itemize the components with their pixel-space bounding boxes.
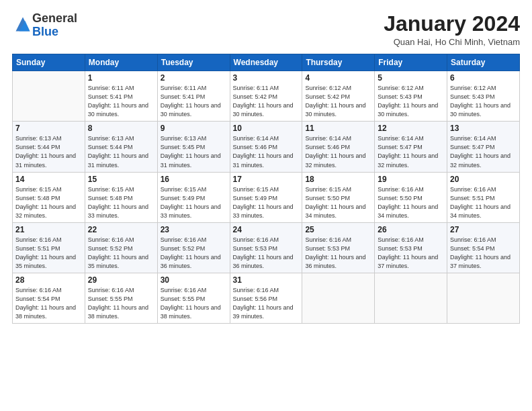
calendar-cell: 28Sunrise: 6:16 AM Sunset: 5:54 PM Dayli… bbox=[13, 273, 85, 323]
calendar-cell: 2Sunrise: 6:11 AM Sunset: 5:41 PM Daylig… bbox=[157, 71, 230, 122]
day-detail: Sunrise: 6:16 AM Sunset: 5:50 PM Dayligh… bbox=[378, 185, 444, 220]
day-detail: Sunrise: 6:16 AM Sunset: 5:51 PM Dayligh… bbox=[15, 236, 82, 271]
day-number: 9 bbox=[161, 124, 227, 133]
calendar-cell bbox=[13, 71, 85, 122]
calendar-cell: 17Sunrise: 6:15 AM Sunset: 5:49 PM Dayli… bbox=[230, 172, 302, 222]
day-detail: Sunrise: 6:16 AM Sunset: 5:53 PM Dayligh… bbox=[233, 236, 300, 271]
day-detail: Sunrise: 6:12 AM Sunset: 5:43 PM Dayligh… bbox=[378, 84, 444, 119]
calendar-cell bbox=[302, 273, 375, 323]
calendar-cell: 10Sunrise: 6:14 AM Sunset: 5:46 PM Dayli… bbox=[230, 122, 302, 172]
calendar-cell: 9Sunrise: 6:13 AM Sunset: 5:45 PM Daylig… bbox=[157, 122, 230, 172]
day-detail: Sunrise: 6:16 AM Sunset: 5:52 PM Dayligh… bbox=[161, 236, 227, 271]
header: General Blue January 2024 Quan Hai, Ho C… bbox=[12, 12, 520, 47]
title-block: January 2024 Quan Hai, Ho Chi Minh, Viet… bbox=[384, 12, 520, 47]
day-number: 11 bbox=[305, 124, 371, 133]
day-detail: Sunrise: 6:15 AM Sunset: 5:49 PM Dayligh… bbox=[161, 185, 227, 220]
day-number: 20 bbox=[450, 175, 517, 184]
calendar-cell: 24Sunrise: 6:16 AM Sunset: 5:53 PM Dayli… bbox=[230, 222, 302, 273]
calendar-cell: 14Sunrise: 6:15 AM Sunset: 5:48 PM Dayli… bbox=[13, 172, 85, 222]
calendar-header-friday: Friday bbox=[375, 54, 447, 71]
day-number: 23 bbox=[161, 225, 227, 234]
day-number: 13 bbox=[450, 124, 517, 133]
calendar-week-row: 14Sunrise: 6:15 AM Sunset: 5:48 PM Dayli… bbox=[13, 172, 520, 222]
calendar-cell: 26Sunrise: 6:16 AM Sunset: 5:53 PM Dayli… bbox=[375, 222, 447, 273]
calendar-week-row: 1Sunrise: 6:11 AM Sunset: 5:41 PM Daylig… bbox=[13, 71, 520, 122]
calendar-header-thursday: Thursday bbox=[302, 54, 375, 71]
day-number: 18 bbox=[305, 175, 371, 184]
logo-blue-text: Blue bbox=[32, 25, 58, 38]
day-number: 15 bbox=[88, 175, 154, 184]
calendar-header-saturday: Saturday bbox=[447, 54, 520, 71]
day-number: 17 bbox=[233, 175, 300, 184]
calendar-cell: 20Sunrise: 6:16 AM Sunset: 5:51 PM Dayli… bbox=[447, 172, 520, 222]
calendar-header-row: SundayMondayTuesdayWednesdayThursdayFrid… bbox=[13, 54, 520, 71]
calendar-cell: 3Sunrise: 6:11 AM Sunset: 5:42 PM Daylig… bbox=[230, 71, 302, 122]
calendar-header-tuesday: Tuesday bbox=[157, 54, 230, 71]
day-number: 28 bbox=[15, 275, 82, 285]
day-detail: Sunrise: 6:14 AM Sunset: 5:47 PM Dayligh… bbox=[450, 134, 517, 169]
day-detail: Sunrise: 6:15 AM Sunset: 5:48 PM Dayligh… bbox=[15, 185, 82, 220]
calendar-week-row: 21Sunrise: 6:16 AM Sunset: 5:51 PM Dayli… bbox=[13, 222, 520, 273]
calendar-cell: 5Sunrise: 6:12 AM Sunset: 5:43 PM Daylig… bbox=[375, 71, 447, 122]
calendar-cell: 12Sunrise: 6:14 AM Sunset: 5:47 PM Dayli… bbox=[375, 122, 447, 172]
day-detail: Sunrise: 6:11 AM Sunset: 5:41 PM Dayligh… bbox=[161, 84, 227, 119]
calendar-header-wednesday: Wednesday bbox=[230, 54, 302, 71]
logo-general: General bbox=[32, 11, 77, 25]
day-detail: Sunrise: 6:16 AM Sunset: 5:54 PM Dayligh… bbox=[15, 286, 82, 321]
day-detail: Sunrise: 6:13 AM Sunset: 5:44 PM Dayligh… bbox=[15, 134, 82, 169]
day-number: 22 bbox=[88, 225, 154, 234]
calendar-cell bbox=[447, 273, 520, 323]
logo-icon bbox=[13, 15, 32, 34]
day-number: 1 bbox=[88, 73, 154, 83]
calendar-cell: 23Sunrise: 6:16 AM Sunset: 5:52 PM Dayli… bbox=[157, 222, 230, 273]
calendar-cell: 25Sunrise: 6:16 AM Sunset: 5:53 PM Dayli… bbox=[302, 222, 375, 273]
calendar-cell: 21Sunrise: 6:16 AM Sunset: 5:51 PM Dayli… bbox=[13, 222, 85, 273]
day-number: 5 bbox=[378, 73, 444, 83]
day-detail: Sunrise: 6:16 AM Sunset: 5:54 PM Dayligh… bbox=[450, 236, 517, 271]
calendar-cell: 31Sunrise: 6:16 AM Sunset: 5:56 PM Dayli… bbox=[230, 273, 302, 323]
day-detail: Sunrise: 6:14 AM Sunset: 5:46 PM Dayligh… bbox=[233, 134, 300, 169]
day-detail: Sunrise: 6:12 AM Sunset: 5:43 PM Dayligh… bbox=[450, 84, 517, 119]
calendar-table: SundayMondayTuesdayWednesdayThursdayFrid… bbox=[12, 54, 520, 324]
day-number: 26 bbox=[378, 225, 444, 234]
day-number: 3 bbox=[233, 73, 300, 83]
day-detail: Sunrise: 6:13 AM Sunset: 5:44 PM Dayligh… bbox=[88, 134, 154, 169]
calendar-cell: 6Sunrise: 6:12 AM Sunset: 5:43 PM Daylig… bbox=[447, 71, 520, 122]
day-detail: Sunrise: 6:16 AM Sunset: 5:52 PM Dayligh… bbox=[88, 236, 154, 271]
day-detail: Sunrise: 6:16 AM Sunset: 5:53 PM Dayligh… bbox=[305, 236, 371, 271]
day-number: 2 bbox=[161, 73, 227, 83]
calendar-cell: 16Sunrise: 6:15 AM Sunset: 5:49 PM Dayli… bbox=[157, 172, 230, 222]
day-detail: Sunrise: 6:11 AM Sunset: 5:41 PM Dayligh… bbox=[88, 84, 154, 119]
day-detail: Sunrise: 6:11 AM Sunset: 5:42 PM Dayligh… bbox=[233, 84, 300, 119]
calendar-cell: 7Sunrise: 6:13 AM Sunset: 5:44 PM Daylig… bbox=[13, 122, 85, 172]
day-number: 25 bbox=[305, 225, 371, 234]
day-number: 12 bbox=[378, 124, 444, 133]
day-number: 19 bbox=[378, 175, 444, 184]
day-number: 31 bbox=[233, 275, 300, 285]
calendar-cell: 19Sunrise: 6:16 AM Sunset: 5:50 PM Dayli… bbox=[375, 172, 447, 222]
day-detail: Sunrise: 6:15 AM Sunset: 5:48 PM Dayligh… bbox=[88, 185, 154, 220]
calendar-cell: 8Sunrise: 6:13 AM Sunset: 5:44 PM Daylig… bbox=[85, 122, 157, 172]
day-number: 21 bbox=[15, 225, 82, 234]
calendar-cell: 30Sunrise: 6:16 AM Sunset: 5:55 PM Dayli… bbox=[157, 273, 230, 323]
day-number: 24 bbox=[233, 225, 300, 234]
calendar-cell: 15Sunrise: 6:15 AM Sunset: 5:48 PM Dayli… bbox=[85, 172, 157, 222]
day-detail: Sunrise: 6:12 AM Sunset: 5:42 PM Dayligh… bbox=[305, 84, 371, 119]
calendar-cell: 4Sunrise: 6:12 AM Sunset: 5:42 PM Daylig… bbox=[302, 71, 375, 122]
day-number: 4 bbox=[305, 73, 371, 83]
calendar-header-sunday: Sunday bbox=[13, 54, 85, 71]
day-detail: Sunrise: 6:15 AM Sunset: 5:49 PM Dayligh… bbox=[233, 185, 300, 220]
month-title: January 2024 bbox=[384, 12, 520, 36]
day-number: 7 bbox=[15, 124, 82, 133]
calendar-cell: 1Sunrise: 6:11 AM Sunset: 5:41 PM Daylig… bbox=[85, 71, 157, 122]
calendar-week-row: 7Sunrise: 6:13 AM Sunset: 5:44 PM Daylig… bbox=[13, 122, 520, 172]
day-number: 27 bbox=[450, 225, 517, 234]
day-detail: Sunrise: 6:16 AM Sunset: 5:55 PM Dayligh… bbox=[161, 286, 227, 321]
day-number: 29 bbox=[88, 275, 154, 285]
page: General Blue January 2024 Quan Hai, Ho C… bbox=[0, 0, 532, 411]
day-number: 16 bbox=[161, 175, 227, 184]
calendar-header-monday: Monday bbox=[85, 54, 157, 71]
calendar-cell: 18Sunrise: 6:15 AM Sunset: 5:50 PM Dayli… bbox=[302, 172, 375, 222]
day-detail: Sunrise: 6:16 AM Sunset: 5:56 PM Dayligh… bbox=[233, 286, 300, 321]
day-number: 30 bbox=[161, 275, 227, 285]
